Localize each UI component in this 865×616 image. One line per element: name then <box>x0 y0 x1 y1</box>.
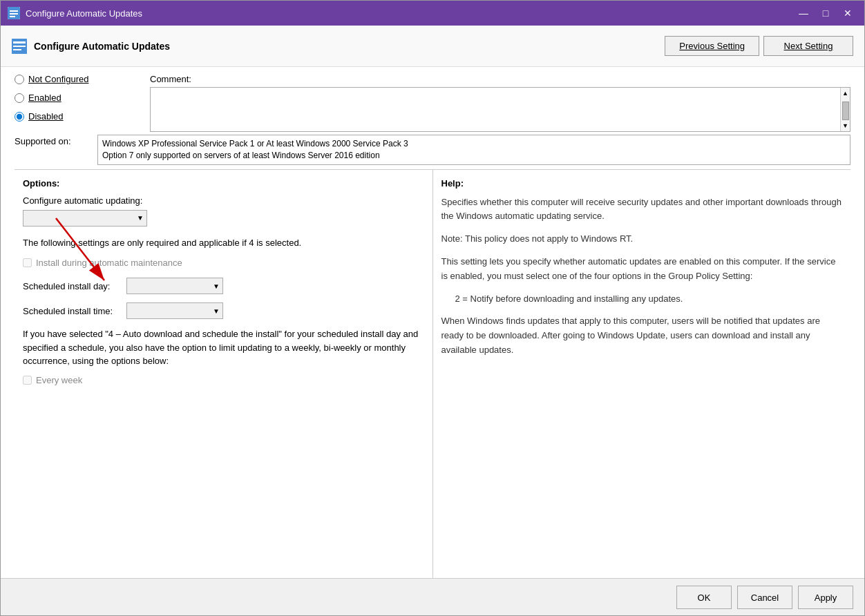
svg-rect-1 <box>10 10 18 12</box>
every-week-label: Every week <box>36 375 82 385</box>
next-setting-button[interactable]: Next Setting <box>763 36 853 56</box>
radio-disabled[interactable]: Disabled <box>15 111 139 122</box>
title-bar: Configure Automatic Updates — □ ✕ <box>1 1 864 26</box>
scheduled-install-day-dropdown[interactable] <box>126 278 223 294</box>
svg-rect-5 <box>13 41 26 44</box>
radio-enabled-input[interactable] <box>15 93 24 103</box>
navigation-buttons: Previous Setting Next Setting <box>665 36 853 56</box>
close-button[interactable]: ✕ <box>838 6 857 21</box>
previous-setting-button[interactable]: Previous Setting <box>665 36 759 56</box>
maximize-button[interactable]: □ <box>816 6 835 21</box>
header-bar: Configure Automatic Updates Previous Set… <box>1 26 864 67</box>
scroll-thumb[interactable] <box>842 102 849 120</box>
top-section: Not Configured Enabled Disabled Comment:… <box>1 67 864 169</box>
bottom-bar: OK Cancel Apply <box>1 578 864 615</box>
header-title: Configure Automatic Updates <box>34 41 665 52</box>
scroll-up-btn[interactable]: ▲ <box>841 88 850 99</box>
options-title: Options: <box>23 178 424 189</box>
help-text: Specifies whether this computer will rec… <box>441 195 843 358</box>
title-bar-text: Configure Automatic Updates <box>26 8 794 19</box>
radio-not-configured[interactable]: Not Configured <box>15 74 139 84</box>
svg-rect-2 <box>10 13 18 15</box>
ok-button[interactable]: OK <box>676 586 732 609</box>
apply-button[interactable]: Apply <box>798 586 853 609</box>
header-icon <box>12 39 27 54</box>
scheduled-install-time-row: Scheduled install time: <box>23 302 424 319</box>
main-panels: Options: Configure automatic updating: T… <box>15 169 850 578</box>
comment-textarea[interactable] <box>151 88 840 131</box>
radio-enabled-label: Enabled <box>28 93 61 103</box>
scheduled-install-time-label: Scheduled install time: <box>23 306 120 316</box>
supported-text-line1: Windows XP Professional Service Pack 1 o… <box>102 138 846 150</box>
scheduled-install-time-dropdown[interactable] <box>126 302 223 319</box>
svg-rect-3 <box>10 16 15 17</box>
radio-comment-row: Not Configured Enabled Disabled Comment:… <box>1 67 864 132</box>
help-title: Help: <box>441 178 843 189</box>
help-para3: This setting lets you specify whether au… <box>441 255 843 284</box>
radio-not-configured-input[interactable] <box>15 75 24 84</box>
supported-box: Windows XP Professional Service Pack 1 o… <box>97 135 850 165</box>
svg-rect-7 <box>13 49 21 50</box>
install-maintenance-label: Install during automatic maintenance <box>36 258 182 268</box>
options-note: The following settings are only required… <box>23 236 424 250</box>
minimize-button[interactable]: — <box>794 6 813 21</box>
install-maintenance-checkbox[interactable] <box>23 258 32 267</box>
help-para5: When Windows finds updates that apply to… <box>441 314 843 357</box>
comment-area-wrap: Comment: ▲ ▼ <box>150 74 850 132</box>
svg-rect-6 <box>13 46 26 47</box>
cancel-button[interactable]: Cancel <box>737 586 792 609</box>
help-para1: Specifies whether this computer will rec… <box>441 195 843 224</box>
supported-section: Supported on: Windows XP Professional Se… <box>1 132 864 169</box>
options-panel: Options: Configure automatic updating: T… <box>15 170 433 578</box>
radio-disabled-label: Disabled <box>28 111 64 122</box>
every-week-checkbox-item: Every week <box>23 375 424 385</box>
scroll-down-btn[interactable]: ▼ <box>841 120 850 131</box>
scheduled-install-day-row: Scheduled install day: <box>23 278 424 294</box>
comment-scrollbar[interactable]: ▲ ▼ <box>840 88 850 131</box>
radio-group: Not Configured Enabled Disabled <box>15 74 139 132</box>
main-window: Configure Automatic Updates — □ ✕ Config… <box>0 0 865 616</box>
supported-label: Supported on: <box>15 135 91 146</box>
long-note: If you have selected "4 – Auto download … <box>23 327 424 368</box>
help-para4: 2 = Notify before downloading and instal… <box>455 292 843 307</box>
help-panel: Help: Specifies whether this computer wi… <box>433 170 851 578</box>
install-maintenance-checkbox-item: Install during automatic maintenance <box>23 258 424 268</box>
configure-auto-updating-label: Configure automatic updating: <box>23 195 424 206</box>
every-week-checkbox[interactable] <box>23 376 32 385</box>
radio-disabled-input[interactable] <box>15 112 24 122</box>
scheduled-install-day-label: Scheduled install day: <box>23 281 120 291</box>
help-para2: Note: This policy does not apply to Wind… <box>441 232 843 247</box>
window-icon <box>8 7 20 19</box>
configure-auto-dropdown[interactable] <box>23 210 147 227</box>
supported-text-line2: Option 7 only supported on servers of at… <box>102 150 846 162</box>
radio-not-configured-label: Not Configured <box>28 74 88 84</box>
comment-label: Comment: <box>150 74 850 84</box>
radio-enabled[interactable]: Enabled <box>15 93 139 103</box>
window-controls: — □ ✕ <box>794 6 857 21</box>
